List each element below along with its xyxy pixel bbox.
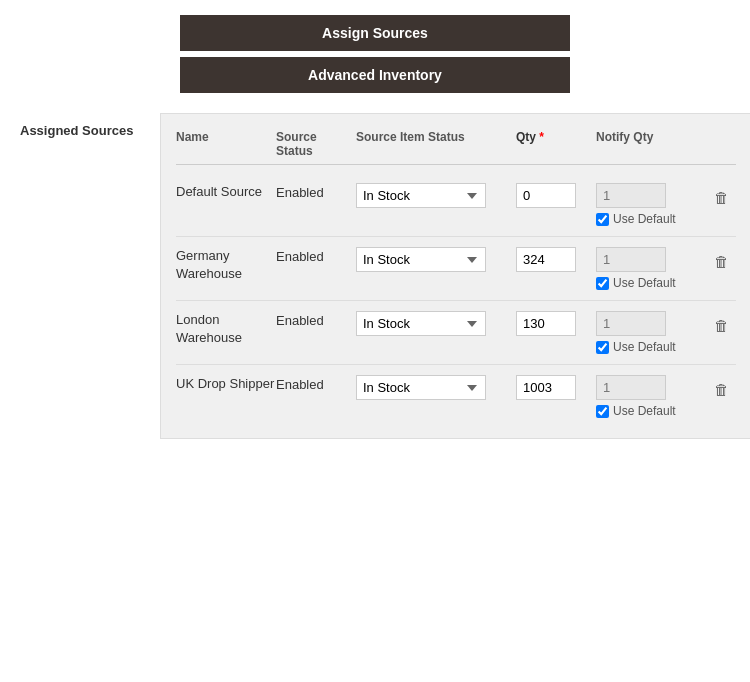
row-2-delete-cell: 🗑 — [706, 311, 736, 336]
row-1-delete-cell: 🗑 — [706, 247, 736, 272]
row-0-status: Enabled — [276, 183, 356, 200]
row-1-qty-cell — [516, 247, 596, 272]
assign-sources-button[interactable]: Assign Sources — [180, 15, 570, 51]
row-2-item-status-cell: In StockOut of Stock — [356, 311, 516, 336]
row-0-notify-cell: Use Default — [596, 183, 706, 226]
row-3-qty-input[interactable] — [516, 375, 576, 400]
row-1-delete-button[interactable]: 🗑 — [712, 251, 731, 272]
table-row: Default SourceEnabledIn StockOut of Stoc… — [176, 173, 736, 237]
row-1-use-default-label: Use Default — [613, 276, 676, 290]
row-2-notify-cell: Use Default — [596, 311, 706, 354]
row-1-status: Enabled — [276, 247, 356, 264]
col-header-source-item-status: Source Item Status — [356, 130, 516, 158]
col-header-actions — [706, 130, 736, 158]
row-3-use-default-row: Use Default — [596, 404, 706, 418]
row-3-name: UK Drop Shipper — [176, 375, 276, 393]
row-0-qty-cell — [516, 183, 596, 208]
row-1-notify-cell: Use Default — [596, 247, 706, 290]
row-2-qty-cell — [516, 311, 596, 336]
row-3-delete-cell: 🗑 — [706, 375, 736, 400]
row-3-item-status-cell: In StockOut of Stock — [356, 375, 516, 400]
row-2-qty-input[interactable] — [516, 311, 576, 336]
row-2-use-default-row: Use Default — [596, 340, 706, 354]
row-0-use-default-checkbox[interactable] — [596, 213, 609, 226]
section-label: Assigned Sources — [20, 113, 160, 439]
row-3-item-status-select[interactable]: In StockOut of Stock — [356, 375, 486, 400]
row-1-qty-input[interactable] — [516, 247, 576, 272]
row-3-delete-button[interactable]: 🗑 — [712, 379, 731, 400]
row-0-delete-button[interactable]: 🗑 — [712, 187, 731, 208]
row-1-use-default-row: Use Default — [596, 276, 706, 290]
row-1-notify-input[interactable] — [596, 247, 666, 272]
row-3-notify-cell: Use Default — [596, 375, 706, 418]
table-row: UK Drop ShipperEnabledIn StockOut of Sto… — [176, 365, 736, 428]
row-1-item-status-cell: In StockOut of Stock — [356, 247, 516, 272]
row-2-item-status-select[interactable]: In StockOut of Stock — [356, 311, 486, 336]
row-2-notify-input[interactable] — [596, 311, 666, 336]
row-0-name: Default Source — [176, 183, 276, 201]
row-0-item-status-cell: In StockOut of Stock — [356, 183, 516, 208]
row-0-qty-input[interactable] — [516, 183, 576, 208]
table-row: Germany WarehouseEnabledIn StockOut of S… — [176, 237, 736, 301]
assigned-sources-table: Name Source Status Source Item Status Qt… — [160, 113, 750, 439]
row-1-item-status-select[interactable]: In StockOut of Stock — [356, 247, 486, 272]
row-0-item-status-select[interactable]: In StockOut of Stock — [356, 183, 486, 208]
row-1-use-default-checkbox[interactable] — [596, 277, 609, 290]
row-2-use-default-checkbox[interactable] — [596, 341, 609, 354]
table-rows-container: Default SourceEnabledIn StockOut of Stoc… — [176, 173, 736, 428]
col-header-notify-qty: Notify Qty — [596, 130, 706, 158]
row-3-status: Enabled — [276, 375, 356, 392]
row-3-use-default-label: Use Default — [613, 404, 676, 418]
row-0-delete-cell: 🗑 — [706, 183, 736, 208]
col-header-name: Name — [176, 130, 276, 158]
row-3-qty-cell — [516, 375, 596, 400]
row-0-notify-input[interactable] — [596, 183, 666, 208]
row-2-name: London Warehouse — [176, 311, 276, 347]
row-3-notify-input[interactable] — [596, 375, 666, 400]
row-2-use-default-label: Use Default — [613, 340, 676, 354]
row-2-delete-button[interactable]: 🗑 — [712, 315, 731, 336]
table-header: Name Source Status Source Item Status Qt… — [176, 124, 736, 165]
row-0-use-default-label: Use Default — [613, 212, 676, 226]
row-0-use-default-row: Use Default — [596, 212, 706, 226]
advanced-inventory-button[interactable]: Advanced Inventory — [180, 57, 570, 93]
col-header-qty: Qty * — [516, 130, 596, 158]
row-1-name: Germany Warehouse — [176, 247, 276, 283]
row-3-use-default-checkbox[interactable] — [596, 405, 609, 418]
required-star: * — [539, 130, 544, 144]
row-2-status: Enabled — [276, 311, 356, 328]
table-row: London WarehouseEnabledIn StockOut of St… — [176, 301, 736, 365]
col-header-source-status: Source Status — [276, 130, 356, 158]
